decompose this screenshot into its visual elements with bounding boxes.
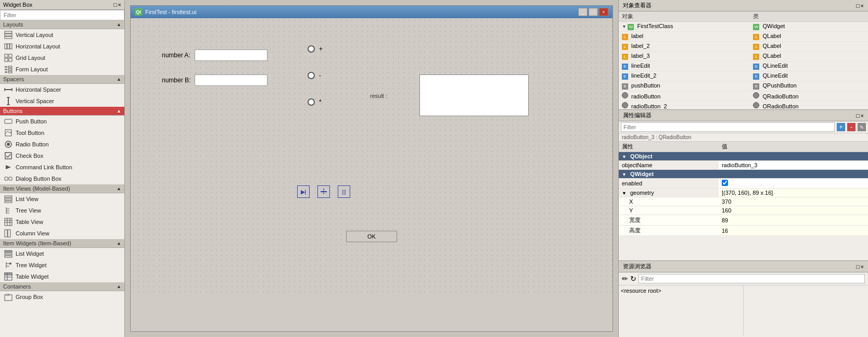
svg-rect-12 (5, 69, 7, 70)
section-layouts[interactable]: Layouts ▲ (0, 20, 124, 29)
input-b[interactable] (195, 74, 267, 86)
resource-root-label[interactable]: <resource root> (621, 288, 661, 294)
resource-browser-minimize[interactable]: □ (856, 264, 860, 270)
lineedit-type: E QLineEdit (750, 61, 868, 71)
resource-browser-title-text: 资源浏览器 (623, 263, 652, 270)
table-row[interactable]: B pushButton B QPushButton (619, 81, 868, 91)
qradiobutton-icon-1 (753, 92, 759, 98)
qwidget-section-label: ▼ QWidget (619, 170, 868, 179)
qt-minimize-btn[interactable]: _ (578, 8, 588, 16)
list-item[interactable]: Y 160 (619, 206, 868, 215)
obj-inspector-close[interactable]: × (861, 3, 864, 9)
widget-box-filter[interactable] (0, 10, 124, 20)
table-row[interactable]: ▼ W FirstTestClass W QWidget (619, 22, 868, 32)
widget-item-table-view[interactable]: Table View (0, 216, 124, 228)
widget-item-list-widget[interactable]: List Widget (0, 248, 124, 259)
widget-item-grid-layout[interactable]: Grid Layout (0, 52, 124, 64)
section-item-views[interactable]: Item Views (Model-Based) ▲ (0, 184, 124, 193)
resource-filter-input[interactable] (639, 274, 865, 283)
widget-item-tree-widget[interactable]: Tree Widget (0, 259, 124, 271)
widget-box-controls: □ × (113, 2, 121, 8)
table-row[interactable]: E lineEdit_2 E QLineEdit (619, 71, 868, 81)
radio-btn-multiply[interactable] (308, 98, 315, 106)
widget-item-horizontal-layout[interactable]: Horizontal Layout (0, 41, 124, 52)
ok-button[interactable]: OK (346, 231, 397, 242)
prop-edit-btn[interactable]: ✎ (858, 123, 866, 131)
radio-group: + - * (308, 45, 323, 106)
widget-item-h-spacer[interactable]: Horizontal Spacer (0, 84, 124, 95)
prop-y-value[interactable]: 160 (719, 206, 868, 215)
prop-add-btn[interactable]: + (837, 123, 845, 131)
prop-enabled-value[interactable] (719, 179, 868, 189)
radio-btn-minus[interactable] (308, 72, 315, 79)
prop-filter-input[interactable] (621, 122, 835, 132)
prop-height-value[interactable]: 16 (719, 226, 868, 236)
toolbar-icon-1[interactable]: ▶| (297, 185, 310, 198)
table-row[interactable]: E lineEdit E QLineEdit (619, 61, 868, 71)
toolbar-icon-2[interactable] (317, 185, 330, 198)
widget-item-group-box[interactable]: GB Group Box (0, 291, 124, 303)
table-row[interactable]: radioButton_2 QRadioButton (619, 101, 868, 109)
widget-item-vertical-layout[interactable]: Vertical Layout (0, 29, 124, 41)
prop-del-btn[interactable]: - (847, 123, 856, 131)
section-buttons[interactable]: Buttons ▲ (0, 107, 124, 116)
list-item[interactable]: X 370 (619, 197, 868, 206)
list-item[interactable]: 高度 16 (619, 226, 868, 236)
widget-item-check-box[interactable]: Check Box (0, 150, 124, 161)
widget-item-command-link[interactable]: Command Link Button (0, 161, 124, 173)
grid-layout-label: Grid Layout (16, 55, 45, 61)
widget-item-radio-button[interactable]: Radio Button (0, 139, 124, 150)
list-item[interactable]: 宽度 89 (619, 215, 868, 226)
widget-item-table-widget[interactable]: Table Widget (0, 271, 124, 282)
prop-objectname-value[interactable]: radioButton_3 (719, 161, 868, 170)
prop-editor-close[interactable]: × (861, 113, 864, 119)
prop-section-qobject[interactable]: ▼ QObject (619, 152, 868, 161)
svg-rect-14 (5, 71, 7, 73)
table-row[interactable]: radioButton QRadioButton (619, 91, 868, 101)
radio-multiply: * (308, 98, 323, 106)
lineedit-cell: E lineEdit (619, 61, 750, 71)
radio-btn-plus[interactable] (308, 45, 315, 53)
svg-rect-42 (5, 256, 12, 257)
list-item[interactable]: ▼ geometry [(370, 160), 89 x 16] (619, 189, 868, 197)
prop-geometry-value: [(370, 160), 89 x 16] (719, 189, 868, 197)
widget-box-minimize[interactable]: □ (113, 2, 117, 8)
qt-restore-btn[interactable]: □ (589, 8, 598, 16)
geometry-expand-icon[interactable]: ▼ (622, 191, 627, 196)
list-item[interactable]: objectName radioButton_3 (619, 161, 868, 170)
section-containers[interactable]: Containers ▲ (0, 282, 124, 291)
refresh-icon[interactable]: ↻ (630, 274, 636, 283)
property-editor: 属性编辑器 □ × + - ✎ radioButton_3 : QRadioBu… (618, 109, 868, 260)
toolbar-icon-3[interactable]: ||| (338, 185, 350, 198)
section-item-widgets[interactable]: Item Widgets (Item-Based) ▲ (0, 239, 124, 248)
widget-item-push-button[interactable]: Push Button (0, 116, 124, 127)
widget-item-tree-view[interactable]: Tree View (0, 205, 124, 216)
section-spacers[interactable]: Spacers ▲ (0, 75, 124, 84)
widget-box-close[interactable]: × (118, 2, 121, 8)
qt-close-btn[interactable]: × (599, 8, 608, 16)
list-widget-icon (4, 249, 12, 258)
prop-section-qwidget[interactable]: ▼ QWidget (619, 170, 868, 179)
prop-enabled-checkbox[interactable] (722, 180, 728, 186)
table-row[interactable]: L label_2 L QLabel (619, 42, 868, 52)
widget-item-tool-button[interactable]: Tool Button (0, 127, 124, 139)
list-item[interactable]: enabled (619, 179, 868, 189)
prop-x-value[interactable]: 370 (719, 197, 868, 206)
prop-objectname-label: objectName (619, 161, 719, 170)
widget-item-dialog-button[interactable]: Dialog Button Box (0, 173, 124, 184)
prop-width-value[interactable]: 89 (719, 215, 868, 226)
obj-inspector-minimize[interactable]: □ (856, 3, 860, 9)
pencil-icon[interactable]: ✏ (622, 274, 628, 283)
property-editor-title-text: 属性编辑器 (623, 111, 652, 119)
section-spacers-arrow: ▲ (117, 77, 121, 82)
widget-item-form-layout[interactable]: Form Layout (0, 64, 124, 75)
qt-title-left: Qt FirstTest - firsttest.ui (135, 8, 196, 16)
widget-item-list-view[interactable]: List View (0, 193, 124, 205)
input-a[interactable] (195, 49, 267, 61)
widget-item-column-view[interactable]: Column View (0, 228, 124, 239)
resource-browser-close[interactable]: × (861, 264, 864, 270)
table-row[interactable]: L label_3 L QLabel (619, 52, 868, 61)
widget-item-v-spacer[interactable]: Vertical Spacer (0, 95, 124, 107)
prop-editor-minimize[interactable]: □ (856, 113, 860, 119)
table-row[interactable]: L label L QLabel (619, 32, 868, 42)
